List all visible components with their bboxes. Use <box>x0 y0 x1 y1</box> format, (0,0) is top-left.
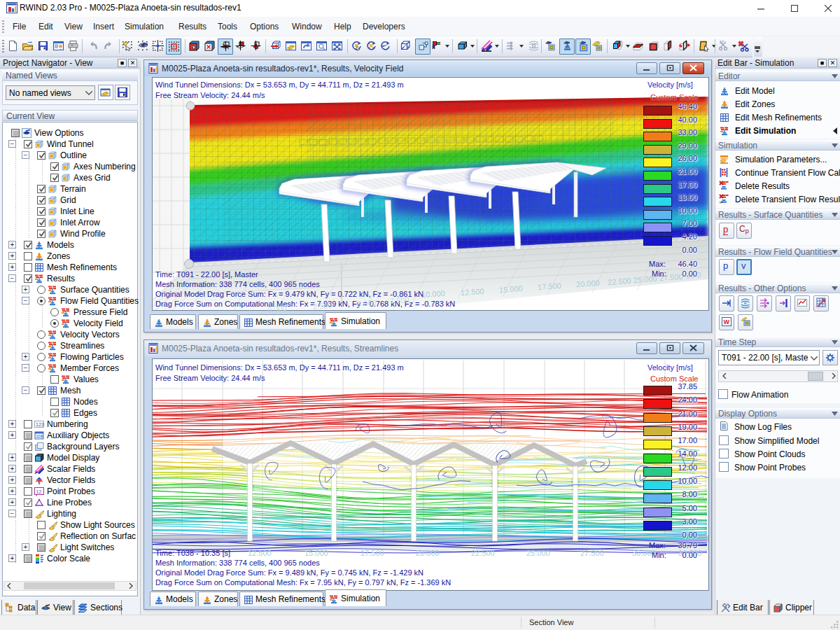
svg-text:12: 12 <box>36 489 42 494</box>
svg-text:t=: t= <box>720 200 723 204</box>
svg-text:123: 123 <box>36 422 44 427</box>
svg-text:W: W <box>724 318 730 326</box>
